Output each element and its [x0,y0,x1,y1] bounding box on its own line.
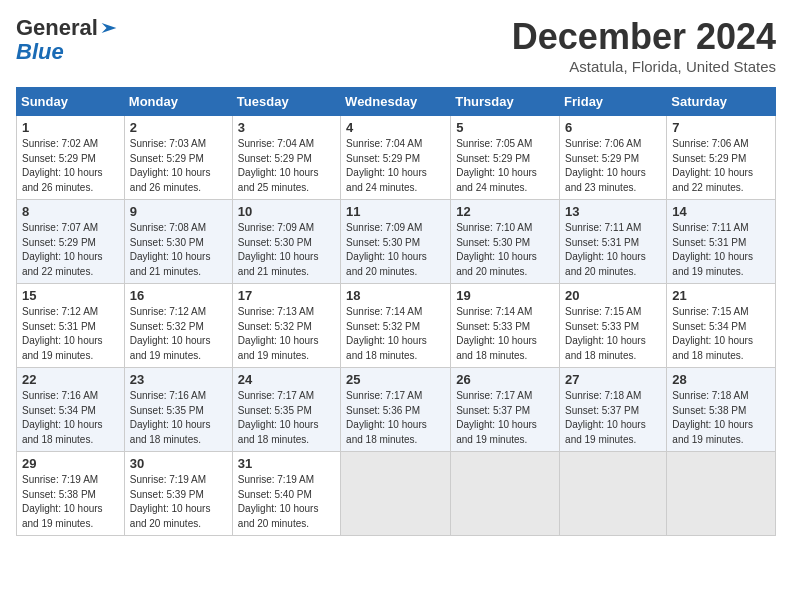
day-number: 6 [565,120,661,135]
day-number: 13 [565,204,661,219]
day-info: Sunrise: 7:06 AM Sunset: 5:29 PM Dayligh… [565,137,661,195]
table-row: 24Sunrise: 7:17 AM Sunset: 5:35 PM Dayli… [232,368,340,452]
table-row: 21Sunrise: 7:15 AM Sunset: 5:34 PM Dayli… [667,284,776,368]
day-number: 15 [22,288,119,303]
calendar-week-row: 1Sunrise: 7:02 AM Sunset: 5:29 PM Daylig… [17,116,776,200]
day-info: Sunrise: 7:18 AM Sunset: 5:37 PM Dayligh… [565,389,661,447]
svg-marker-0 [102,23,117,33]
table-row: 6Sunrise: 7:06 AM Sunset: 5:29 PM Daylig… [560,116,667,200]
day-number: 4 [346,120,445,135]
col-friday: Friday [560,88,667,116]
day-number: 19 [456,288,554,303]
day-info: Sunrise: 7:17 AM Sunset: 5:35 PM Dayligh… [238,389,335,447]
day-info: Sunrise: 7:16 AM Sunset: 5:35 PM Dayligh… [130,389,227,447]
month-title: December 2024 [512,16,776,58]
day-number: 20 [565,288,661,303]
table-row: 18Sunrise: 7:14 AM Sunset: 5:32 PM Dayli… [341,284,451,368]
day-number: 1 [22,120,119,135]
day-info: Sunrise: 7:10 AM Sunset: 5:30 PM Dayligh… [456,221,554,279]
table-row: 12Sunrise: 7:10 AM Sunset: 5:30 PM Dayli… [451,200,560,284]
day-info: Sunrise: 7:12 AM Sunset: 5:32 PM Dayligh… [130,305,227,363]
day-info: Sunrise: 7:14 AM Sunset: 5:32 PM Dayligh… [346,305,445,363]
calendar-week-row: 8Sunrise: 7:07 AM Sunset: 5:29 PM Daylig… [17,200,776,284]
day-number: 9 [130,204,227,219]
logo: General Blue [16,16,118,64]
day-info: Sunrise: 7:06 AM Sunset: 5:29 PM Dayligh… [672,137,770,195]
day-info: Sunrise: 7:07 AM Sunset: 5:29 PM Dayligh… [22,221,119,279]
table-row [341,452,451,536]
header-row: Sunday Monday Tuesday Wednesday Thursday… [17,88,776,116]
day-number: 3 [238,120,335,135]
logo-blue-text: Blue [16,39,64,64]
day-info: Sunrise: 7:18 AM Sunset: 5:38 PM Dayligh… [672,389,770,447]
table-row: 19Sunrise: 7:14 AM Sunset: 5:33 PM Dayli… [451,284,560,368]
day-number: 18 [346,288,445,303]
title-area: December 2024 Astatula, Florida, United … [512,16,776,75]
calendar-header: Sunday Monday Tuesday Wednesday Thursday… [17,88,776,116]
day-info: Sunrise: 7:17 AM Sunset: 5:37 PM Dayligh… [456,389,554,447]
table-row: 9Sunrise: 7:08 AM Sunset: 5:30 PM Daylig… [124,200,232,284]
day-info: Sunrise: 7:09 AM Sunset: 5:30 PM Dayligh… [238,221,335,279]
table-row: 8Sunrise: 7:07 AM Sunset: 5:29 PM Daylig… [17,200,125,284]
day-number: 26 [456,372,554,387]
day-number: 27 [565,372,661,387]
day-info: Sunrise: 7:02 AM Sunset: 5:29 PM Dayligh… [22,137,119,195]
day-number: 28 [672,372,770,387]
table-row: 2Sunrise: 7:03 AM Sunset: 5:29 PM Daylig… [124,116,232,200]
calendar-week-row: 15Sunrise: 7:12 AM Sunset: 5:31 PM Dayli… [17,284,776,368]
day-number: 30 [130,456,227,471]
day-info: Sunrise: 7:04 AM Sunset: 5:29 PM Dayligh… [346,137,445,195]
day-number: 31 [238,456,335,471]
table-row: 26Sunrise: 7:17 AM Sunset: 5:37 PM Dayli… [451,368,560,452]
calendar-body: 1Sunrise: 7:02 AM Sunset: 5:29 PM Daylig… [17,116,776,536]
col-thursday: Thursday [451,88,560,116]
day-info: Sunrise: 7:17 AM Sunset: 5:36 PM Dayligh… [346,389,445,447]
day-number: 16 [130,288,227,303]
day-number: 25 [346,372,445,387]
table-row: 25Sunrise: 7:17 AM Sunset: 5:36 PM Dayli… [341,368,451,452]
table-row: 28Sunrise: 7:18 AM Sunset: 5:38 PM Dayli… [667,368,776,452]
table-row: 16Sunrise: 7:12 AM Sunset: 5:32 PM Dayli… [124,284,232,368]
day-info: Sunrise: 7:12 AM Sunset: 5:31 PM Dayligh… [22,305,119,363]
table-row: 23Sunrise: 7:16 AM Sunset: 5:35 PM Dayli… [124,368,232,452]
table-row: 22Sunrise: 7:16 AM Sunset: 5:34 PM Dayli… [17,368,125,452]
day-number: 8 [22,204,119,219]
table-row: 29Sunrise: 7:19 AM Sunset: 5:38 PM Dayli… [17,452,125,536]
day-number: 29 [22,456,119,471]
day-info: Sunrise: 7:04 AM Sunset: 5:29 PM Dayligh… [238,137,335,195]
table-row: 11Sunrise: 7:09 AM Sunset: 5:30 PM Dayli… [341,200,451,284]
table-row: 17Sunrise: 7:13 AM Sunset: 5:32 PM Dayli… [232,284,340,368]
day-number: 7 [672,120,770,135]
table-row: 27Sunrise: 7:18 AM Sunset: 5:37 PM Dayli… [560,368,667,452]
calendar-week-row: 22Sunrise: 7:16 AM Sunset: 5:34 PM Dayli… [17,368,776,452]
day-info: Sunrise: 7:19 AM Sunset: 5:38 PM Dayligh… [22,473,119,531]
col-wednesday: Wednesday [341,88,451,116]
day-number: 2 [130,120,227,135]
table-row: 7Sunrise: 7:06 AM Sunset: 5:29 PM Daylig… [667,116,776,200]
day-info: Sunrise: 7:03 AM Sunset: 5:29 PM Dayligh… [130,137,227,195]
col-saturday: Saturday [667,88,776,116]
day-info: Sunrise: 7:11 AM Sunset: 5:31 PM Dayligh… [672,221,770,279]
day-info: Sunrise: 7:08 AM Sunset: 5:30 PM Dayligh… [130,221,227,279]
col-monday: Monday [124,88,232,116]
header: General Blue December 2024 Astatula, Flo… [16,16,776,75]
day-info: Sunrise: 7:14 AM Sunset: 5:33 PM Dayligh… [456,305,554,363]
logo-arrow-icon [100,21,118,35]
table-row [451,452,560,536]
location-title: Astatula, Florida, United States [512,58,776,75]
day-info: Sunrise: 7:16 AM Sunset: 5:34 PM Dayligh… [22,389,119,447]
table-row: 10Sunrise: 7:09 AM Sunset: 5:30 PM Dayli… [232,200,340,284]
day-number: 12 [456,204,554,219]
day-number: 11 [346,204,445,219]
day-info: Sunrise: 7:13 AM Sunset: 5:32 PM Dayligh… [238,305,335,363]
table-row: 20Sunrise: 7:15 AM Sunset: 5:33 PM Dayli… [560,284,667,368]
table-row: 14Sunrise: 7:11 AM Sunset: 5:31 PM Dayli… [667,200,776,284]
table-row: 30Sunrise: 7:19 AM Sunset: 5:39 PM Dayli… [124,452,232,536]
day-info: Sunrise: 7:15 AM Sunset: 5:33 PM Dayligh… [565,305,661,363]
calendar-week-row: 29Sunrise: 7:19 AM Sunset: 5:38 PM Dayli… [17,452,776,536]
day-number: 5 [456,120,554,135]
table-row: 13Sunrise: 7:11 AM Sunset: 5:31 PM Dayli… [560,200,667,284]
day-number: 21 [672,288,770,303]
table-row [560,452,667,536]
col-tuesday: Tuesday [232,88,340,116]
